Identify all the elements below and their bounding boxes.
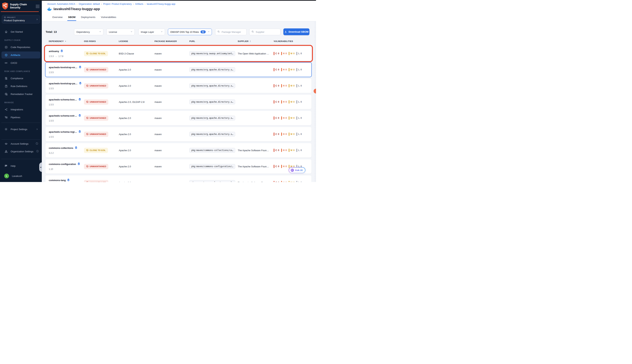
filter-dropdown-dependency[interactable]: Dependency <box>74 28 104 35</box>
breadcrumb-link-organization-default[interactable]: Organization: default <box>79 3 100 5</box>
project-selector[interactable]: PROJECT Product Exploratory <box>2 15 40 24</box>
sidebar-item-remediation-tracker[interactable]: Remediation Tracker <box>2 90 40 98</box>
purl-pill[interactable]: pkg:maven/org.apache.directory.s… <box>189 100 235 104</box>
sidebar-item-rule-definitions[interactable]: Rule Definitions <box>2 83 40 90</box>
supplier-value <box>238 114 274 122</box>
vuln-m-count: M 0 <box>289 149 295 152</box>
purl-pill[interactable]: pkg:maven/commons-lang/commons-l… <box>189 180 235 182</box>
layers-icon[interactable] <box>78 114 81 117</box>
tab-overview[interactable]: Overview <box>52 15 62 21</box>
purl-pill[interactable]: pkg:maven/org.apache.directory.s… <box>189 132 235 136</box>
vuln-l-count: L 0 <box>296 52 302 55</box>
table-row-commons-lang[interactable]: commons-lang 2.6 UNMAINTAINED Apache-2.0… <box>46 176 312 182</box>
column-header-supplier[interactable]: SUPPLIER▲▼ <box>238 40 274 42</box>
oss-risk-badge: UNMAINTAINED <box>84 132 108 137</box>
shield-logo-icon <box>2 2 8 10</box>
severity-bar <box>296 52 297 55</box>
sidebar-item-artifacts[interactable]: Artifacts <box>2 52 40 58</box>
supplier-search[interactable] <box>249 28 280 35</box>
purl-pill[interactable]: pkg:maven/org.apache.directory.s… <box>189 84 235 88</box>
severity-bar <box>296 181 297 182</box>
column-label: OSS RISKS <box>84 40 96 42</box>
remediation-icon <box>4 92 8 96</box>
purl-pill[interactable]: pkg:maven/commons-configuration/… <box>189 164 235 169</box>
package-manager-value: maven <box>154 178 189 182</box>
sidebar-item-code-repositories[interactable]: Code Repositories <box>2 44 40 50</box>
sidebar-item-organization-settings[interactable]: Organization Settingsⓘ <box>2 148 40 155</box>
scrollbar-track[interactable] <box>314 21 316 182</box>
table-row-apacheds-bootstrap-pa[interactable]: apacheds-bootstrap-pa… 1.5.5 UNMAINTAINE… <box>46 79 312 93</box>
tab-sbom[interactable]: SBOM <box>68 15 76 21</box>
breadcrumb-link-artifacts[interactable]: Artifacts <box>135 3 143 5</box>
supplier-input[interactable] <box>255 30 278 34</box>
license-value: Apache-2.0 <box>119 82 154 90</box>
sidebar-item-compliance[interactable]: Compliance <box>2 75 40 82</box>
severity-bar <box>274 52 274 55</box>
filter-dropdown-license[interactable]: License <box>106 28 135 35</box>
package-manager-search[interactable] <box>215 28 246 35</box>
user-menu-lavakush[interactable]: LLavakush <box>2 172 40 180</box>
layers-icon[interactable] <box>78 98 81 101</box>
breadcrumb-link-account-automation-ssca[interactable]: Account: Automation-SSCA <box>47 3 75 5</box>
oss-risk-badge: UNMAINTAINED <box>84 67 108 72</box>
severity-bar <box>274 68 274 71</box>
oss-risk-badge: UNMAINTAINED <box>84 83 108 88</box>
layers-icon[interactable] <box>79 66 82 69</box>
table-row-apacheds-schema-extr[interactable]: apacheds-schema-extr… 1.5.5 UNMAINTAINED… <box>46 111 312 125</box>
package-manager-input[interactable] <box>221 30 244 34</box>
sidebar-item-project-settings[interactable]: Project Settings <box>2 126 40 133</box>
vulnerabilities-cell: C 0 H 0 M 0 L 0 <box>274 98 312 106</box>
owasp-risks-filter[interactable]: OWASP OSS Top 10 Risks 02 <box>168 28 212 35</box>
sidebar-item-pipelines[interactable]: Pipelines <box>2 114 40 121</box>
ask-ai-button[interactable]: Ask AI <box>289 167 305 173</box>
app-grid-icon[interactable] <box>36 4 40 9</box>
table-row-apacheds-schema-regi[interactable]: apacheds-schema-regi… 1.5.5 UNMAINTAINED… <box>46 127 312 141</box>
filter-dropdown-image-layer[interactable]: Image Layer <box>138 28 165 35</box>
breadcrumb: Account: Automation-SSCA›Organization: d… <box>47 2 176 5</box>
license-value: Apache-2.0 <box>119 146 154 154</box>
window-top-strip <box>0 0 316 1</box>
severity-bar <box>289 68 290 71</box>
column-header-vulnerabilities: VULNERABILITIES <box>274 40 312 42</box>
layers-icon[interactable] <box>78 162 80 166</box>
supplier-value <box>238 98 274 106</box>
severity-bar <box>296 132 297 136</box>
table-row-apacheds-bootstrap-ex[interactable]: apacheds-bootstrap-ex… 1.5.5 UNMAINTAINE… <box>46 62 312 77</box>
breadcrumb-link-project-product-exploratory[interactable]: Project: Product Exploratory <box>103 3 132 5</box>
sidebar-item-label: Organization Settings <box>11 150 33 153</box>
package-manager-value: maven <box>154 50 189 58</box>
sidebar-collapse-handle[interactable]: ◀ <box>39 162 42 172</box>
purl-pill[interactable]: pkg:maven/org.apache.directory.s… <box>189 67 235 72</box>
purl-pill[interactable]: pkg:maven/org.owasp.antisamy/ant… <box>189 51 235 56</box>
tab-deployments[interactable]: Deployments <box>81 15 96 21</box>
sidebar-item-help[interactable]: ?Help <box>2 162 40 169</box>
vuln-l-count: L 0 <box>296 132 302 136</box>
sidebar-item-account-settings[interactable]: Account Settingsⓘ <box>2 140 40 147</box>
sidebar-item-integrations[interactable]: Integrations <box>2 106 40 113</box>
table-row-commons-collections[interactable]: commons-collections 3.2.2 CLOSE TO EOL A… <box>46 143 312 158</box>
download-sbom-button[interactable]: Download SBOM <box>283 28 310 35</box>
breadcrumb-link-lavakush07-easy-buggy-app[interactable]: lavakush07/easy-buggy-app <box>147 3 175 5</box>
purl-pill[interactable]: pkg:maven/org.apache.directory.s… <box>189 116 235 120</box>
purl-pill[interactable]: pkg:maven/commons-collections/co… <box>189 148 235 153</box>
sidebar-item-get-started[interactable]: Get Started <box>2 28 40 35</box>
vuln-h-count: H 0 <box>281 181 287 182</box>
layers-icon[interactable] <box>78 130 81 134</box>
sidebar-item-ci-cd[interactable]: CI/CD <box>2 60 40 66</box>
project-cube-icon <box>4 16 6 18</box>
table-row-apacheds-schema-boo[interactable]: apacheds-schema-boo… 1.5.5 UNMAINTAINED … <box>46 95 312 109</box>
dependency-name: apacheds-schema-boo… <box>49 98 77 101</box>
sort-desc-icon: ▼ <box>65 40 66 42</box>
prohibit-icon <box>86 84 88 87</box>
layers-icon[interactable] <box>79 82 82 85</box>
oss-risk-badge: CLOSE TO EOL <box>84 51 108 56</box>
layers-icon[interactable] <box>75 146 77 150</box>
layers-icon[interactable] <box>67 178 70 182</box>
tab-vulnerabilities[interactable]: Vulnerabilities <box>101 15 116 21</box>
table-row-commons-configuration[interactable]: commons-configuration 1.10 UNMAINTAINED … <box>46 159 312 174</box>
package-manager-value: maven <box>154 130 189 138</box>
layers-icon[interactable] <box>60 50 63 53</box>
vuln-m-count: M 0 <box>289 181 295 182</box>
column-header-dependency[interactable]: DEPENDENCY▼ <box>49 40 84 42</box>
table-row-antisamy[interactable]: antisamy 1.5.3 → 1.7.8 CLOSE TO EOL BSD-… <box>46 46 312 61</box>
